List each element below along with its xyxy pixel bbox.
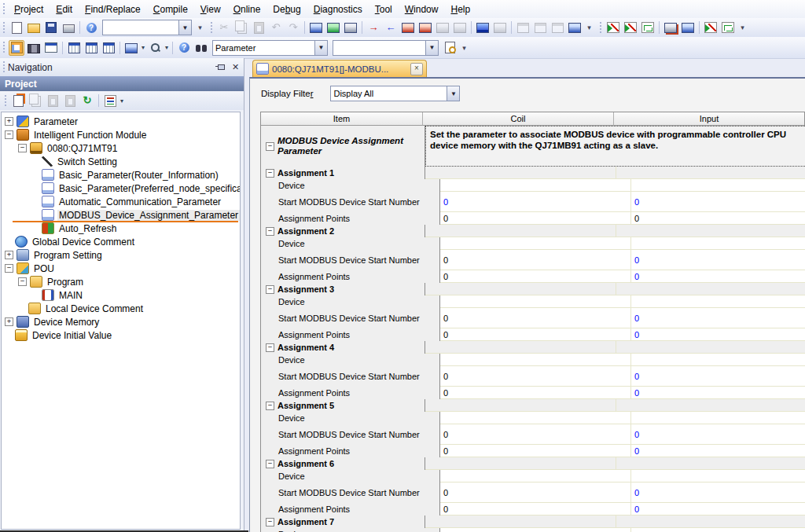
document-tab[interactable]: 0080:QJ71MT91[]-MODBU... × — [252, 60, 427, 77]
paste-keep-icon[interactable] — [62, 93, 78, 108]
item-label-cell[interactable]: Assignment Points — [261, 328, 440, 341]
coil-value-cell[interactable]: 0 — [440, 424, 630, 445]
monitor-resume-icon[interactable] — [452, 20, 468, 35]
chevron-down-icon[interactable]: ▼ — [178, 20, 191, 35]
toolbar-grip[interactable] — [2, 42, 6, 53]
sort-icon[interactable] — [102, 93, 118, 108]
item-label-cell[interactable]: Start MODBUS Device Start Number — [261, 424, 440, 445]
help-icon[interactable]: ? — [83, 20, 99, 35]
input-value-cell[interactable]: 0 — [630, 366, 805, 387]
toolbar-grip[interactable] — [2, 22, 6, 34]
tree-item-program[interactable]: −Program — [2, 275, 240, 288]
coil-value-cell[interactable] — [440, 237, 630, 250]
tree-expand-icon[interactable]: + — [5, 317, 13, 326]
item-label-cell[interactable]: Device — [261, 237, 440, 250]
input-value-cell[interactable] — [630, 179, 805, 192]
new-data-icon[interactable] — [10, 93, 26, 108]
coil-value-cell[interactable] — [440, 179, 630, 192]
input-cell[interactable] — [616, 225, 805, 237]
monitor-start-icon[interactable] — [400, 20, 416, 35]
window-cascade-icon[interactable] — [515, 20, 531, 35]
sampling-trace-icon[interactable] — [720, 20, 736, 35]
new-project-icon[interactable] — [9, 20, 24, 35]
coil-cell[interactable] — [425, 167, 616, 179]
undo-icon[interactable]: ↶ — [268, 20, 284, 35]
online-read-icon[interactable]: ← — [383, 20, 399, 35]
column-header-input[interactable]: Input — [614, 112, 804, 126]
collapse-icon[interactable]: − — [266, 285, 274, 294]
coil-value-cell[interactable]: 0 — [440, 192, 630, 212]
menu-item-project[interactable]: Project — [8, 2, 50, 17]
tree-item-modbus-device-assignment-parameter[interactable]: MODBUS_Device_Assignment_Parameter — [2, 208, 240, 222]
item-label-cell[interactable]: Start MODBUS Device Start Number — [261, 250, 440, 270]
verify-with-plc-icon[interactable] — [343, 20, 358, 35]
modify-value-icon[interactable] — [680, 20, 696, 35]
help2-icon[interactable]: ? — [176, 40, 192, 56]
tree-expand-icon[interactable]: + — [5, 251, 13, 259]
coil-value-cell[interactable]: 0 — [440, 250, 630, 270]
window-tile-v-icon[interactable] — [532, 20, 548, 35]
input-value-cell[interactable] — [630, 295, 805, 308]
input-value-cell[interactable]: 0 — [630, 308, 805, 328]
verify-result-icon[interactable] — [101, 40, 116, 56]
collapse-icon[interactable]: − — [266, 343, 274, 352]
cross-reference-icon[interactable] — [193, 40, 209, 56]
coil-value-cell[interactable] — [440, 470, 630, 482]
monitor-stop-icon[interactable] — [417, 20, 433, 35]
menu-item-debug[interactable]: Debug — [266, 2, 307, 17]
device-memory-list-icon[interactable] — [83, 40, 99, 56]
online-write-icon[interactable]: → — [366, 20, 381, 35]
coil-value-cell[interactable] — [440, 528, 630, 532]
item-label-cell[interactable]: Start MODBUS Device Start Number — [261, 192, 440, 212]
input-cell[interactable] — [616, 399, 805, 412]
collapse-icon[interactable]: − — [266, 169, 274, 178]
tree-expand-icon[interactable]: − — [18, 277, 27, 286]
paste-icon[interactable] — [251, 20, 266, 35]
tree-item-auto-refresh[interactable]: Auto_Refresh — [2, 222, 240, 235]
copy-data-icon[interactable] — [28, 93, 43, 108]
tree-item-0080-qj71mt91[interactable]: −0080:QJ71MT91 — [2, 141, 240, 155]
redo-icon[interactable]: ↷ — [285, 20, 301, 35]
tree-item-main[interactable]: MAIN — [2, 288, 240, 302]
input-value-cell[interactable]: 0 — [630, 387, 805, 399]
menu-item-window[interactable]: Window — [399, 2, 445, 17]
tree-item-device-memory[interactable]: +Device Memory — [2, 315, 240, 328]
coil-cell[interactable] — [425, 515, 616, 528]
coil-cell[interactable] — [425, 341, 616, 354]
display-filter-combo[interactable]: Display All ▼ — [330, 86, 460, 101]
input-value-cell[interactable]: 0 — [630, 250, 805, 270]
assignment-name-cell[interactable]: −Assignment 4 — [261, 341, 425, 354]
input-value-cell[interactable]: 0 — [630, 328, 805, 341]
input-value-cell[interactable]: 0 — [630, 503, 805, 515]
item-label-cell[interactable]: Start MODBUS Device Start Number — [261, 482, 440, 503]
start-monitor-icon[interactable] — [605, 20, 621, 35]
open-project-icon[interactable] — [26, 20, 42, 35]
root-item-cell[interactable]: −MODBUS Device Assignment Parameter — [261, 126, 425, 167]
cut-icon[interactable]: ✂ — [216, 20, 232, 35]
tree-item-local-device-comment[interactable]: Local Device Comment — [2, 302, 240, 315]
trend-graph-icon[interactable] — [703, 20, 719, 35]
device-display-icon[interactable] — [123, 40, 139, 56]
collapse-icon[interactable]: − — [266, 518, 274, 526]
menu-item-edit[interactable]: Edit — [50, 2, 79, 17]
coil-value-cell[interactable]: 0 — [440, 387, 630, 399]
monitor-pause-icon[interactable] — [435, 20, 450, 35]
item-label-cell[interactable]: Device — [261, 528, 440, 532]
menu-item-online[interactable]: Online — [227, 2, 267, 17]
input-value-cell[interactable] — [630, 237, 805, 250]
coil-value-cell[interactable]: 0 — [440, 270, 630, 283]
screen-save-icon[interactable] — [567, 20, 583, 35]
coil-cell[interactable] — [425, 457, 616, 470]
coil-value-cell[interactable]: 0 — [440, 482, 630, 503]
input-cell[interactable] — [616, 167, 805, 179]
assignment-name-cell[interactable]: −Assignment 5 — [261, 399, 425, 412]
input-value-cell[interactable]: 0 — [630, 192, 805, 212]
chevron-down-icon[interactable]: ▾ — [164, 44, 170, 51]
document-check-icon[interactable] — [442, 40, 458, 56]
find-device-icon[interactable] — [147, 40, 163, 56]
quick-access-combo[interactable]: ▼ — [102, 20, 192, 35]
copy-icon[interactable] — [233, 20, 249, 35]
tree-expand-icon[interactable]: − — [5, 130, 13, 139]
device-test-icon[interactable] — [663, 20, 678, 35]
toolbar-grip[interactable] — [210, 22, 213, 34]
